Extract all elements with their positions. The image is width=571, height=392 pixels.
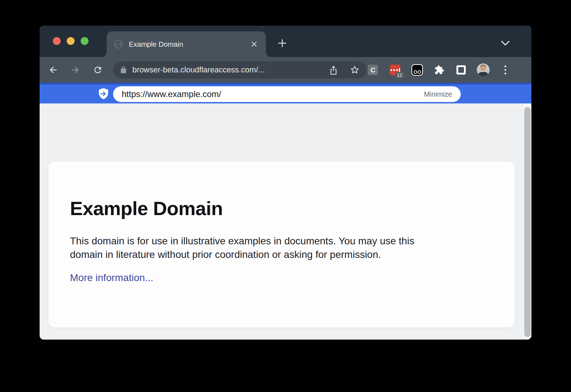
browser-toolbar: browser-beta.cloudflareaccess.com/... C … [40, 57, 531, 83]
close-window-button[interactable] [53, 37, 61, 45]
browser-menu-icon[interactable] [505, 66, 506, 75]
shield-arrow-icon [98, 88, 109, 100]
lock-icon [120, 66, 127, 74]
tab-close-icon[interactable] [249, 39, 259, 50]
more-information-link[interactable]: More information... [70, 272, 153, 284]
forward-button[interactable] [68, 63, 82, 77]
address-bar-url[interactable]: browser-beta.cloudflareaccess.com/... [132, 65, 325, 75]
minimize-button[interactable]: Minimize [424, 90, 452, 98]
extension-badge-count: 12 [395, 72, 404, 78]
back-button[interactable] [46, 63, 60, 77]
bookmark-star-icon[interactable] [350, 65, 359, 75]
zoom-window-button[interactable] [81, 37, 89, 45]
isolated-url[interactable]: https://www.example.com/ [122, 89, 418, 99]
extensions-puzzle-icon[interactable] [434, 65, 444, 75]
profile-avatar[interactable] [477, 63, 490, 76]
password-manager-extension-icon[interactable]: 12 [390, 65, 400, 75]
black-circles-extension-icon[interactable] [411, 64, 423, 76]
isolation-bar: https://www.example.com/ Minimize [40, 83, 531, 103]
side-panel-icon[interactable] [456, 65, 466, 75]
browser-window: Example Domain browser-beta.cloudflareac [40, 26, 531, 340]
page-title: Example Domain [70, 197, 493, 219]
tab-example-domain[interactable]: Example Domain [107, 31, 266, 57]
page-viewport: Example Domain This domain is for use in… [40, 103, 531, 340]
window-controls [53, 37, 89, 45]
scrollbar-track[interactable] [524, 103, 531, 340]
address-bar[interactable]: browser-beta.cloudflareaccess.com/... [113, 61, 367, 78]
tab-title: Example Domain [129, 40, 249, 49]
isolated-url-bar[interactable]: https://www.example.com/ Minimize [113, 86, 461, 102]
scrollbar-thumb[interactable] [524, 107, 531, 337]
tab-strip: Example Domain [40, 26, 531, 57]
content-card: Example Domain This domain is for use in… [49, 162, 515, 327]
globe-favicon-icon [113, 39, 124, 50]
tab-search-chevron-icon[interactable] [498, 37, 512, 49]
extension-c-icon[interactable]: C [368, 65, 378, 75]
share-icon[interactable] [329, 65, 338, 75]
page-paragraph: This domain is for use in illustrative e… [70, 234, 493, 261]
reload-button[interactable] [91, 63, 105, 77]
minimize-window-button[interactable] [67, 37, 75, 45]
new-tab-button[interactable] [275, 36, 289, 50]
